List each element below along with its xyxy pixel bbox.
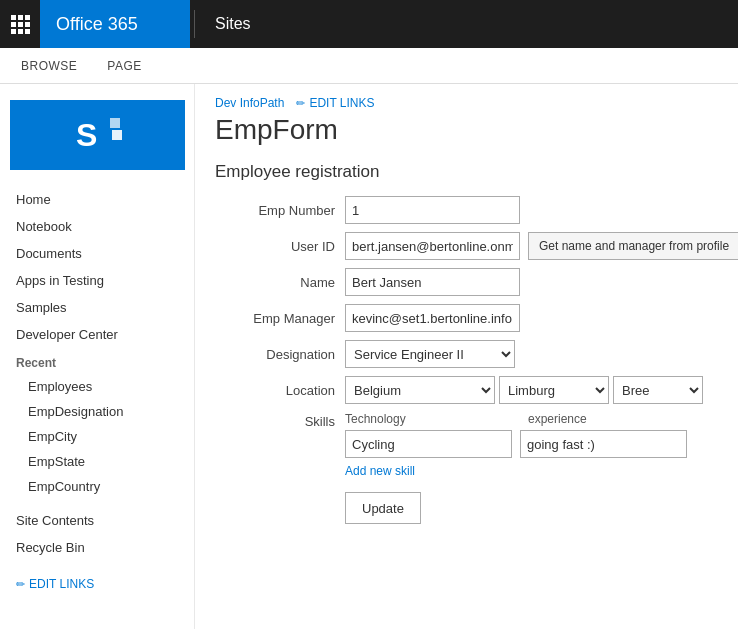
location-selects: Belgium Netherlands Germany France Limbu…	[345, 376, 703, 404]
user-id-label: User ID	[215, 239, 345, 254]
emp-number-input[interactable]	[345, 196, 520, 224]
content-area: Dev InfoPath ✏ EDIT LINKS EmpForm Employ…	[195, 84, 738, 629]
pencil-icon-top: ✏	[296, 97, 305, 110]
emp-form: Emp Number User ID Get name and manager …	[215, 196, 738, 524]
recent-section-label: Recent	[0, 348, 194, 374]
designation-row: Designation Service Engineer II Engineer…	[215, 340, 738, 368]
page-title: EmpForm	[215, 114, 738, 146]
sidebar-sub-item-emp-city[interactable]: EmpCity	[0, 424, 194, 449]
update-button[interactable]: Update	[345, 492, 421, 524]
svg-rect-1	[18, 15, 23, 20]
emp-number-row: Emp Number	[215, 196, 738, 224]
svg-marker-11	[110, 118, 120, 128]
skills-col-experience: experience	[528, 412, 698, 426]
sidebar-item-notebook[interactable]: Notebook	[0, 213, 194, 240]
skill-row	[345, 430, 738, 458]
svg-marker-12	[112, 130, 122, 140]
location-label: Location	[215, 383, 345, 398]
svg-rect-4	[18, 22, 23, 27]
svg-text:S: S	[76, 117, 97, 153]
user-id-input[interactable]	[345, 232, 520, 260]
location-city-select[interactable]: Bree Hasselt Genk Tongeren	[613, 376, 703, 404]
sidebar-sub-item-emp-state[interactable]: EmpState	[0, 449, 194, 474]
page-button[interactable]: PAGE	[94, 52, 154, 80]
sidebar-sub-item-employees[interactable]: Employees	[0, 374, 194, 399]
sidebar-sub-item-emp-country[interactable]: EmpCountry	[0, 474, 194, 499]
svg-rect-8	[25, 29, 30, 34]
sidebar-item-samples[interactable]: Samples	[0, 294, 194, 321]
name-label: Name	[215, 275, 345, 290]
svg-rect-2	[25, 15, 30, 20]
top-bar-divider	[194, 10, 195, 38]
user-id-row: User ID Get name and manager from profil…	[215, 232, 738, 260]
emp-manager-input[interactable]	[345, 304, 520, 332]
designation-label: Designation	[215, 347, 345, 362]
update-button-row: Update	[215, 486, 738, 524]
form-title: Employee registration	[215, 162, 738, 182]
emp-manager-row: Emp Manager	[215, 304, 738, 332]
app-grid-button[interactable]	[0, 0, 40, 48]
skills-section: Skills Technology experience Add new ski…	[215, 412, 738, 478]
skills-col-technology: Technology	[345, 412, 520, 426]
sidebar: S Home Notebook Documents Apps in Testin…	[0, 84, 195, 629]
name-input[interactable]	[345, 268, 520, 296]
edit-links-top[interactable]: ✏ EDIT LINKS	[296, 96, 374, 110]
emp-number-label: Emp Number	[215, 203, 345, 218]
breadcrumb-area: Dev InfoPath ✏ EDIT LINKS	[215, 96, 738, 110]
nav-bar: BROWSE PAGE	[0, 48, 738, 84]
get-profile-button[interactable]: Get name and manager from profile	[528, 232, 738, 260]
sidebar-item-documents[interactable]: Documents	[0, 240, 194, 267]
svg-rect-7	[18, 29, 23, 34]
location-state-select[interactable]: Limburg Antwerp Ghent Bruges	[499, 376, 609, 404]
sidebar-item-site-contents[interactable]: Site Contents	[0, 507, 194, 534]
top-bar: Office 365 Sites	[0, 0, 738, 48]
skill-experience-input[interactable]	[520, 430, 687, 458]
main-layout: S Home Notebook Documents Apps in Testin…	[0, 84, 738, 629]
svg-rect-3	[11, 22, 16, 27]
add-skill-link[interactable]: Add new skill	[345, 462, 738, 478]
skills-content: Technology experience Add new skill	[345, 412, 738, 478]
sidebar-sub-item-emp-designation[interactable]: EmpDesignation	[0, 399, 194, 424]
skills-header: Technology experience	[345, 412, 738, 426]
browse-button[interactable]: BROWSE	[8, 52, 90, 80]
app-title[interactable]: Office 365	[40, 0, 190, 48]
emp-manager-label: Emp Manager	[215, 311, 345, 326]
name-row: Name	[215, 268, 738, 296]
svg-rect-6	[11, 29, 16, 34]
svg-rect-5	[25, 22, 30, 27]
skills-label: Skills	[215, 412, 345, 429]
location-row: Location Belgium Netherlands Germany Fra…	[215, 376, 738, 404]
location-country-select[interactable]: Belgium Netherlands Germany France	[345, 376, 495, 404]
sidebar-item-developer-center[interactable]: Developer Center	[0, 321, 194, 348]
sidebar-item-home[interactable]: Home	[0, 186, 194, 213]
breadcrumb[interactable]: Dev InfoPath	[215, 96, 284, 110]
designation-select[interactable]: Service Engineer II Engineer I Engineer …	[345, 340, 515, 368]
site-logo: S	[10, 100, 185, 170]
sidebar-item-recycle-bin[interactable]: Recycle Bin	[0, 534, 194, 561]
sidebar-item-apps-in-testing[interactable]: Apps in Testing	[0, 267, 194, 294]
sidebar-edit-links[interactable]: ✏ EDIT LINKS	[0, 561, 194, 597]
sites-label[interactable]: Sites	[199, 15, 267, 33]
pencil-icon: ✏	[16, 578, 25, 591]
svg-rect-0	[11, 15, 16, 20]
skill-technology-input[interactable]	[345, 430, 512, 458]
